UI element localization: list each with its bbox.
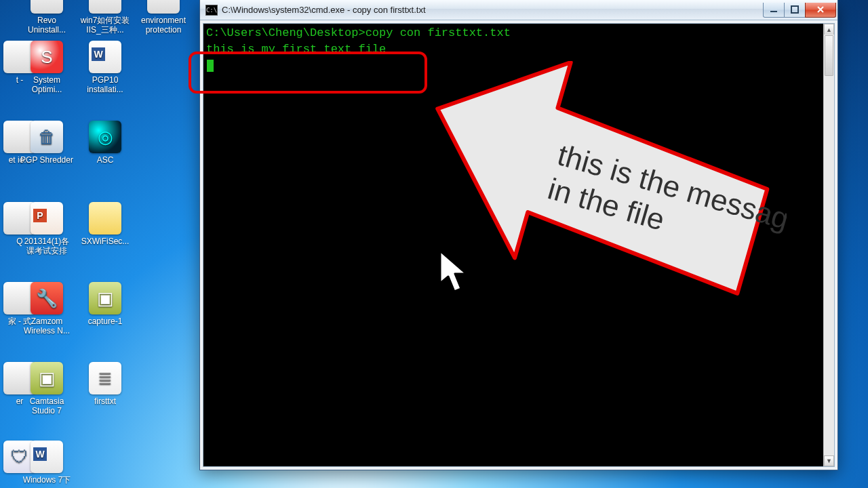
file-icon: [31, 441, 63, 473]
file-icon: [89, 0, 121, 14]
cmd-icon: C:\: [205, 5, 218, 16]
window-buttons: [764, 3, 836, 18]
window-title: C:\Windows\system32\cmd.exe - copy con f…: [222, 5, 426, 15]
desktop-icon-label: win7如何安装IIS_三种...: [79, 16, 132, 35]
scroll-down-button[interactable]: ▼: [824, 455, 834, 466]
desktop-icon[interactable]: 🗑PGP Shredder: [20, 121, 73, 165]
vertical-scrollbar[interactable]: ▲ ▼: [823, 24, 834, 466]
desktop-icon[interactable]: PGP10 installati...: [79, 41, 132, 94]
desktop-icon[interactable]: environment protection: [137, 0, 190, 35]
close-button[interactable]: [805, 3, 836, 18]
desktop-icon-label: PGP Shredder: [20, 155, 73, 165]
desktop-icon[interactable]: ≣firsttxt: [79, 362, 132, 406]
desktop-icon[interactable]: 🔧Zamzom Wireless N...: [20, 282, 73, 336]
desktop-icon[interactable]: ◎ASC: [79, 121, 132, 165]
titlebar[interactable]: C:\ C:\Windows\system32\cmd.exe - copy c…: [200, 0, 837, 20]
minimize-button[interactable]: [763, 3, 785, 18]
file-icon: ≣: [89, 362, 121, 394]
svg-rect-0: [770, 11, 777, 12]
window-client: C:\Users\Cheng\Desktop>copy con firsttxt…: [203, 23, 835, 467]
desktop-icon[interactable]: win7如何安装IIS_三种...: [79, 0, 132, 35]
file-icon: [31, 0, 63, 14]
scroll-up-button[interactable]: ▲: [824, 24, 834, 35]
desktop-icon-label: firsttxt: [94, 396, 116, 406]
file-icon: 🗑: [31, 121, 63, 153]
file-icon: ◎: [89, 121, 121, 153]
file-icon: ▣: [89, 282, 121, 314]
file-icon: [147, 0, 180, 14]
svg-rect-1: [791, 6, 798, 13]
desktop-icon[interactable]: Revo Uninstall...: [20, 0, 73, 35]
file-icon: ▣: [31, 362, 63, 394]
file-icon: [89, 41, 121, 73]
cmd-window: C:\ C:\Windows\system32\cmd.exe - copy c…: [199, 0, 838, 470]
desktop-icon[interactable]: ▣capture-1: [79, 282, 132, 326]
desktop-icon-label: environment protection: [137, 16, 190, 35]
desktop-icon[interactable]: 201314(1)各课考试安排: [20, 202, 73, 256]
desktop-icon-label: ASC: [97, 155, 114, 165]
file-icon: S: [31, 41, 63, 73]
desktop-icon-label: PGP10 installati...: [79, 75, 132, 94]
console-line: this is my first text file: [206, 43, 386, 56]
file-icon: [31, 202, 63, 235]
desktop-icon-label: capture-1: [88, 317, 123, 326]
desktop-icon-label: Camtasia Studio 7: [20, 396, 73, 415]
desktop-icon-label: System Optimi...: [20, 75, 73, 94]
console-command: copy con firsttxt.txt: [366, 26, 511, 39]
desktop-icon[interactable]: Windows 7下: [20, 441, 73, 485]
file-icon: 🔧: [31, 282, 63, 314]
desktop-icon-label: 201314(1)各课考试安排: [20, 237, 73, 256]
desktop-icon-label: Revo Uninstall...: [20, 16, 73, 35]
scroll-thumb[interactable]: [825, 35, 833, 76]
text-cursor: [207, 60, 214, 72]
maximize-button[interactable]: [784, 3, 806, 18]
desktop-icon-label: Zamzom Wireless N...: [20, 317, 73, 336]
desktop-icon-label: SXWiFiSec...: [81, 237, 130, 246]
desktop-icon-label: Windows 7下: [23, 475, 71, 485]
console-area[interactable]: C:\Users\Cheng\Desktop>copy con firsttxt…: [203, 24, 823, 466]
desktop-icon[interactable]: SSystem Optimi...: [20, 41, 73, 94]
console-prompt: C:\Users\Cheng\Desktop>: [206, 26, 366, 39]
desktop-icon[interactable]: ▣Camtasia Studio 7: [20, 362, 73, 415]
file-icon: [89, 202, 121, 235]
desktop-icon[interactable]: SXWiFiSec...: [79, 202, 132, 246]
